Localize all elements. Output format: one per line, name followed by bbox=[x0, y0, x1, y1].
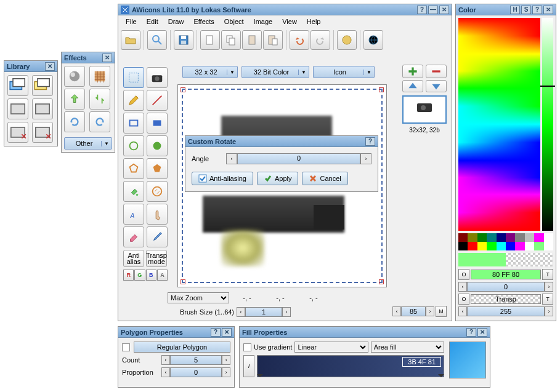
close-icon[interactable]: ✕ bbox=[477, 328, 487, 337]
count-value[interactable]: 5 bbox=[170, 355, 222, 365]
gradient-type-select[interactable]: Linear bbox=[294, 342, 368, 353]
library-btn-1[interactable] bbox=[7, 75, 28, 96]
effect-swap[interactable] bbox=[89, 89, 110, 110]
minimize-icon[interactable]: — bbox=[428, 6, 438, 14]
help-icon[interactable]: ? bbox=[417, 6, 427, 14]
menu-edit[interactable]: Edit bbox=[142, 17, 163, 26]
zoom-dec[interactable]: ‹ bbox=[392, 306, 401, 316]
thumbnail-selected[interactable] bbox=[402, 95, 447, 124]
library-btn-5[interactable] bbox=[7, 122, 28, 143]
color-t[interactable]: T bbox=[542, 269, 553, 280]
antialiasing-toggle[interactable]: Anti-aliasing bbox=[192, 172, 253, 185]
color-hex[interactable]: 80 FF 80 bbox=[471, 270, 541, 279]
menu-image[interactable]: Image bbox=[249, 17, 278, 26]
add-button[interactable] bbox=[402, 65, 423, 78]
menu-draw[interactable]: Draw bbox=[163, 17, 189, 26]
hex-dec[interactable]: ‹ bbox=[458, 282, 467, 292]
menu-view[interactable]: View bbox=[277, 17, 302, 26]
angle-dec[interactable]: ‹ bbox=[226, 153, 237, 164]
transp-t[interactable]: T bbox=[542, 294, 553, 305]
nav-up-button[interactable] bbox=[402, 80, 423, 92]
effect-arrow-up[interactable] bbox=[64, 89, 85, 110]
alpha-inc[interactable]: › bbox=[545, 306, 553, 316]
tool-select[interactable] bbox=[123, 67, 144, 88]
library-btn-3[interactable] bbox=[7, 98, 28, 119]
tool-rect[interactable] bbox=[123, 113, 144, 134]
open-button[interactable] bbox=[121, 30, 140, 50]
effect-rotate-cw[interactable] bbox=[89, 111, 110, 132]
cut-button[interactable] bbox=[242, 30, 262, 50]
color-o[interactable]: O bbox=[458, 269, 469, 280]
regular-checkbox[interactable] bbox=[122, 343, 130, 351]
new-button[interactable] bbox=[200, 30, 220, 50]
menu-object[interactable]: Object bbox=[219, 17, 249, 26]
current-colors[interactable] bbox=[458, 253, 553, 266]
remove-button[interactable] bbox=[426, 65, 447, 78]
mode-h[interactable]: H bbox=[510, 6, 520, 14]
alpha-value[interactable]: 255 bbox=[467, 306, 545, 316]
tool-polygon[interactable] bbox=[123, 158, 144, 179]
zoom-select[interactable]: Max Zoom bbox=[168, 292, 229, 303]
hex-inc[interactable]: › bbox=[545, 282, 553, 292]
help-icon[interactable]: ? bbox=[532, 6, 542, 14]
effect-texture[interactable] bbox=[89, 66, 110, 87]
tool-camera[interactable] bbox=[147, 67, 168, 88]
tool-rect-fill[interactable] bbox=[147, 113, 168, 134]
alpha-dec[interactable]: ‹ bbox=[458, 306, 467, 316]
hue-gradient[interactable] bbox=[458, 18, 540, 231]
tool-text[interactable]: A bbox=[123, 204, 144, 225]
paste-button[interactable] bbox=[263, 30, 283, 50]
close-icon[interactable]: ✕ bbox=[45, 62, 55, 71]
tool-polygon-fill[interactable] bbox=[147, 158, 168, 179]
angle-inc[interactable]: › bbox=[360, 153, 371, 164]
tool-picker[interactable] bbox=[147, 226, 168, 247]
menu-file[interactable]: File bbox=[121, 17, 142, 26]
zoom-inc[interactable]: › bbox=[426, 306, 434, 316]
channel-b[interactable]: B bbox=[146, 270, 156, 281]
tool-replace[interactable] bbox=[147, 181, 168, 202]
zoom-button[interactable] bbox=[147, 30, 167, 50]
swatch-row-1[interactable] bbox=[458, 233, 553, 242]
dialog-help-icon[interactable]: ? bbox=[365, 137, 375, 146]
type-dropdown[interactable]: Icon▼ bbox=[313, 66, 375, 78]
library-btn-4[interactable] bbox=[32, 98, 53, 119]
save-button[interactable] bbox=[174, 30, 193, 50]
menu-effects[interactable]: Effects bbox=[189, 17, 219, 26]
regular-label[interactable]: Regular Polygon bbox=[134, 342, 230, 353]
brush-value[interactable]: 1 bbox=[245, 307, 282, 317]
size-dropdown[interactable]: 32 x 32▼ bbox=[182, 66, 238, 78]
copy-button[interactable] bbox=[221, 30, 241, 50]
help-icon[interactable]: ? bbox=[211, 328, 221, 337]
nav-down-button[interactable] bbox=[426, 80, 447, 92]
close-icon[interactable]: ✕ bbox=[222, 328, 232, 337]
undo-button[interactable] bbox=[290, 30, 309, 50]
prop-dec[interactable]: ‹ bbox=[161, 367, 170, 377]
menu-help[interactable]: Help bbox=[302, 17, 326, 26]
close-icon[interactable]: ✕ bbox=[102, 54, 112, 62]
tool-eraser[interactable] bbox=[123, 226, 144, 247]
cancel-button[interactable]: Cancel bbox=[302, 172, 347, 185]
close-icon[interactable]: ✕ bbox=[543, 6, 553, 14]
tool-line[interactable] bbox=[147, 90, 168, 111]
brush-inc[interactable]: › bbox=[282, 307, 291, 317]
tool-antialias[interactable]: Anti alias bbox=[123, 250, 144, 267]
export-button[interactable] bbox=[337, 30, 357, 50]
tool-pencil[interactable] bbox=[123, 90, 144, 111]
redo-button[interactable] bbox=[310, 30, 330, 50]
library-btn-6[interactable] bbox=[32, 122, 53, 143]
tool-circle[interactable] bbox=[123, 135, 144, 156]
apply-button[interactable]: Apply bbox=[257, 172, 299, 185]
hex-spin[interactable]: 0 bbox=[467, 282, 545, 292]
transp-o[interactable]: O bbox=[458, 294, 469, 305]
angle-value[interactable]: 0 bbox=[237, 153, 360, 164]
tool-transpmode[interactable]: Transp mode bbox=[146, 250, 167, 267]
zoom-mode[interactable]: M bbox=[436, 306, 447, 317]
channel-a[interactable]: A bbox=[157, 270, 168, 281]
effects-other-dropdown[interactable]: Other ▼ bbox=[64, 137, 112, 150]
web-button[interactable] bbox=[363, 30, 383, 50]
fill-i-button[interactable]: I bbox=[243, 355, 254, 377]
count-inc[interactable]: › bbox=[222, 355, 230, 365]
close-icon[interactable]: ✕ bbox=[439, 6, 449, 14]
lightness-slider[interactable] bbox=[542, 18, 553, 231]
transp-display[interactable]: Transp bbox=[471, 294, 541, 304]
